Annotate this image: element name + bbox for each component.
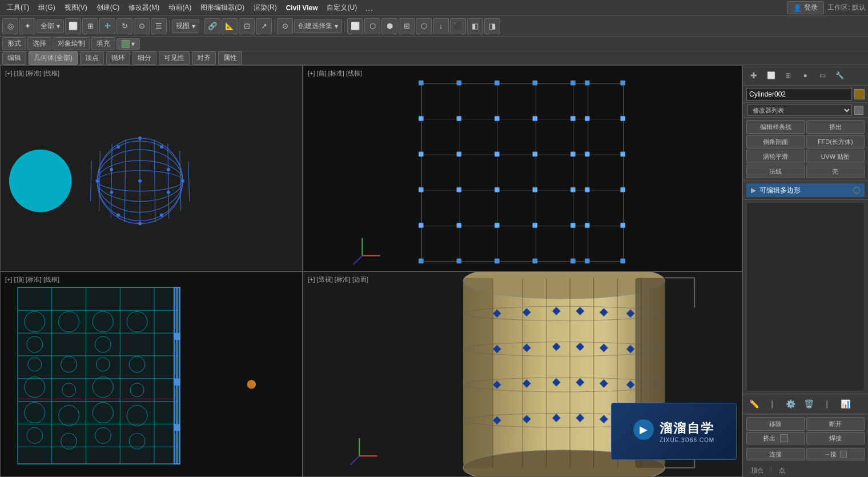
tb-reference[interactable]: ☰ (151, 18, 167, 34)
tb-layer5[interactable]: ⬡ (416, 18, 432, 34)
tb-percent-snap[interactable]: ⊡ (239, 18, 255, 34)
mod-btn-uvw[interactable]: UVW 贴图 (806, 150, 865, 163)
object-name-input[interactable] (746, 88, 852, 101)
action-break[interactable]: 断开 (806, 417, 865, 431)
tb4-subdivide[interactable]: 细分 (132, 51, 156, 65)
svg-rect-78 (585, 259, 589, 263)
svg-point-23 (167, 168, 170, 171)
tb-layer6[interactable]: ↓ (433, 18, 449, 34)
tb3-fill[interactable]: 填充 (91, 37, 115, 50)
right-panel: ✚ ⬜ ⊞ ● ▭ 🔧 修改器列表 编辑样条线 挤出 倒角剖面 (742, 65, 868, 477)
rp-graph-icon[interactable]: 📊 (838, 396, 853, 411)
tb-snap[interactable]: 🔗 (204, 18, 220, 34)
rp-rect-icon[interactable]: ▭ (815, 68, 830, 83)
action-remove[interactable]: 移除 (746, 417, 805, 431)
tb-dropdown-view[interactable]: 视图 ▾ (172, 19, 199, 33)
tb4-align[interactable]: 对齐 (192, 51, 216, 65)
tb3-color[interactable]: ▾ (116, 38, 140, 50)
stack-item-pin[interactable] (853, 187, 860, 194)
modifier-list-dropdown[interactable]: 修改器列表 (748, 105, 852, 116)
tb-create-selection[interactable]: 创建选择集 ▾ (294, 19, 342, 33)
menu-more[interactable]: … (361, 2, 376, 14)
tb-rotate[interactable]: ↻ (116, 18, 132, 34)
tb-layer8[interactable]: ◧ (467, 18, 483, 34)
action-connect[interactable]: 连接 (746, 448, 805, 460)
tb-layer3[interactable]: ⬢ (381, 18, 397, 34)
tb-mirror[interactable]: ⊙ (277, 18, 293, 34)
menu-customize[interactable]: 自定义(U) (322, 2, 361, 14)
svg-point-26 (116, 213, 120, 217)
tb-layer4[interactable]: ⊞ (399, 18, 415, 34)
rp-add-icon[interactable]: ✚ (746, 68, 761, 83)
tb-lasso-select[interactable]: ⊞ (82, 18, 98, 34)
mod-btn-edit-spline[interactable]: 编辑样条线 (746, 120, 805, 134)
tb3-select[interactable]: 选择 (27, 37, 51, 50)
menu-civil-view[interactable]: Civil View (282, 3, 323, 13)
tb-dropdown-all[interactable]: 全部 ▾ (37, 19, 64, 33)
menu-create[interactable]: 创建(C) (92, 2, 124, 14)
mod-btn-shell[interactable]: 壳 (806, 165, 865, 178)
sub-toolbar: 形式 选择 对象绘制 填充 ▾ (0, 37, 868, 51)
mod-btn-bevel-profile[interactable]: 倒角剖面 (746, 135, 805, 149)
rp-delete-icon[interactable]: 🗑️ (801, 396, 816, 411)
menu-animation[interactable]: 动画(A) (164, 2, 196, 14)
svg-point-22 (110, 168, 113, 171)
viewport-bottomleft[interactable]: [+] [顶] [标准] [线框] (0, 271, 303, 478)
rp-settings-icon[interactable]: ⚙️ (783, 396, 798, 411)
rp-hierarchy-icon[interactable]: ⊞ (781, 68, 795, 83)
tb4-visibility[interactable]: 可见性 (159, 51, 190, 65)
tb-layer9[interactable]: ◨ (484, 18, 500, 34)
viewport-topleft[interactable]: [+] [顶] [标准] [线框] (0, 65, 303, 271)
mod-btn-ffd[interactable]: FFD(长方体) (806, 135, 865, 149)
view-dropdown-label: 视图 (176, 21, 190, 31)
mod-btn-normal[interactable]: 法线 (746, 165, 805, 178)
menu-graph-editor[interactable]: 图形编辑器(D) (196, 2, 249, 14)
rp-tool-icon[interactable]: 🔧 (832, 68, 847, 83)
tb4-loop[interactable]: 循环 (106, 51, 130, 65)
tb-scale[interactable]: ⊙ (134, 18, 150, 34)
svg-rect-76 (533, 259, 537, 263)
action-weld[interactable]: 焊接 (806, 432, 865, 444)
menu-group[interactable]: 组(G) (34, 2, 59, 14)
svg-point-21 (160, 145, 163, 149)
tb-layer7[interactable]: ⬛ (450, 18, 466, 34)
menu-modifier[interactable]: 修改器(M) (124, 2, 164, 14)
tb-layer1[interactable]: ⬜ (347, 18, 363, 34)
action-extrude-settings[interactable] (780, 434, 788, 442)
object-color-swatch[interactable] (854, 89, 865, 99)
rp-sphere-icon[interactable]: ● (798, 68, 813, 83)
tb-layer2[interactable]: ⬡ (364, 18, 380, 34)
login-button[interactable]: 👤 登录 (787, 1, 824, 14)
stack-item-editable-poly[interactable]: ▶ 可编辑多边形 (746, 183, 865, 197)
action-connect2[interactable]: →接 (806, 448, 865, 460)
mod-btn-turbosmooth[interactable]: 涡轮平滑 (746, 150, 805, 163)
svg-point-20 (116, 145, 120, 149)
tb-angle-snap[interactable]: 📐 (222, 18, 238, 34)
tb3-object-paint[interactable]: 对象绘制 (53, 37, 90, 50)
viewport-topright[interactable]: [+] [前] [标准] [线框] (303, 65, 742, 271)
rp-pencil-icon[interactable]: ✏️ (746, 396, 761, 411)
svg-line-82 (353, 256, 363, 265)
action-extrude[interactable]: 挤出 (746, 432, 805, 444)
modifier-pin[interactable] (854, 106, 863, 115)
tb-rect-select[interactable]: ⬜ (65, 18, 81, 34)
separator-4 (344, 20, 345, 33)
tb-select-filter[interactable]: ◎ (2, 18, 18, 34)
tb-select-all[interactable]: ✦ (19, 18, 35, 34)
rp-bar-icon[interactable]: | (765, 396, 779, 411)
menu-view[interactable]: 视图(V) (60, 2, 92, 14)
tb-move[interactable]: ✛ (99, 18, 115, 34)
rp-move-icon[interactable]: ⬜ (763, 68, 778, 83)
tb4-vertex[interactable]: 顶点 (80, 51, 104, 65)
menu-render[interactable]: 渲染(R) (249, 2, 282, 14)
tb-spinner-snap[interactable]: ↗ (256, 18, 272, 34)
svg-rect-51 (620, 116, 625, 121)
vp-bottomleft-canvas: ● (1, 272, 302, 477)
menu-tools[interactable]: 工具(T) (2, 2, 34, 14)
action-connect2-settings[interactable] (840, 451, 847, 458)
tb4-properties[interactable]: 属性 (218, 51, 242, 65)
tb4-geometry-all[interactable]: 几何体(全部) (29, 51, 78, 65)
tb4-edit[interactable]: 编辑 (2, 51, 26, 65)
mod-btn-extrude[interactable]: 挤出 (806, 120, 865, 134)
tb3-form[interactable]: 形式 (2, 37, 26, 50)
